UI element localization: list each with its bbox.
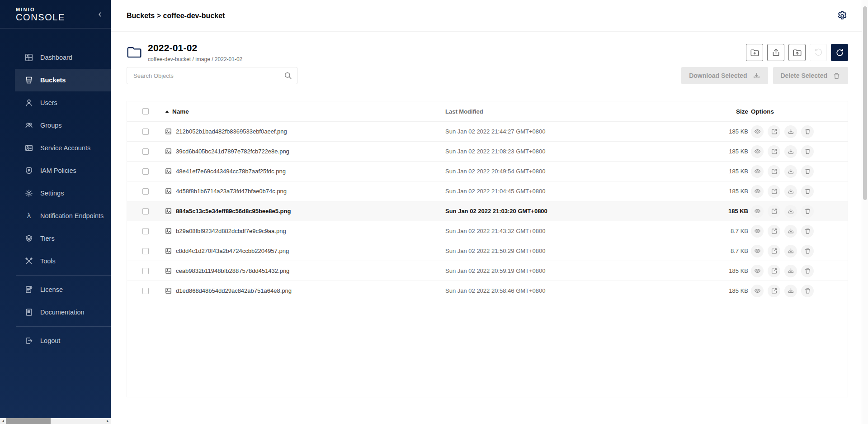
delete-button[interactable] bbox=[801, 285, 814, 297]
page-head: 2022-01-02 coffee-dev-bucket / image / 2… bbox=[127, 43, 848, 62]
preview-button[interactable] bbox=[751, 185, 764, 198]
table-row[interactable]: d1ed868d48b54dd29ac842ab751a64e8.pngSun … bbox=[127, 281, 848, 300]
row-checkbox[interactable] bbox=[142, 129, 149, 135]
row-checkbox[interactable] bbox=[142, 288, 149, 294]
row-checkbox[interactable] bbox=[142, 208, 149, 214]
preview-button[interactable] bbox=[751, 205, 764, 218]
download-button[interactable] bbox=[784, 185, 797, 198]
sidebar-item-documentation[interactable]: Documentation bbox=[0, 301, 111, 324]
download-button[interactable] bbox=[784, 225, 797, 238]
download-button[interactable] bbox=[784, 205, 797, 218]
preview-button[interactable] bbox=[751, 165, 764, 178]
scroll-left-arrow-icon[interactable]: ◂ bbox=[0, 418, 6, 424]
delete-button[interactable] bbox=[801, 165, 814, 178]
row-checkbox[interactable] bbox=[142, 188, 149, 195]
sidebar-item-iam-policies[interactable]: IAM Policies bbox=[0, 159, 111, 182]
table-row[interactable]: b29a08fbf92342d882dcbdf7e9c9c9aa.pngSun … bbox=[127, 221, 848, 241]
share-button[interactable] bbox=[768, 265, 780, 277]
share-button[interactable] bbox=[768, 145, 780, 158]
delete-button[interactable] bbox=[801, 145, 814, 158]
download-button[interactable] bbox=[784, 145, 797, 158]
sidebar-item-users[interactable]: Users bbox=[0, 91, 111, 114]
row-checkbox[interactable] bbox=[142, 148, 149, 155]
sidebar-item-settings[interactable]: Settings bbox=[0, 182, 111, 205]
vertical-scrollbar[interactable] bbox=[862, 0, 868, 424]
share-button[interactable] bbox=[768, 205, 780, 218]
object-name[interactable]: ceab9832b11948bfb2887578dd451432.png bbox=[176, 267, 289, 274]
horizontal-scrollbar-thumb[interactable] bbox=[6, 418, 51, 424]
column-header-last-modified[interactable]: Last Modified bbox=[445, 108, 717, 115]
object-name[interactable]: 884a5c13c5e34eff89c56d8c95bee8e5.png bbox=[176, 208, 291, 214]
new-path-button[interactable] bbox=[746, 44, 763, 61]
table-row[interactable]: 4d58f8b1b6714a23a73fd47bfae0b74c.pngSun … bbox=[127, 181, 848, 201]
column-header-size[interactable]: Size bbox=[717, 108, 748, 115]
preview-button[interactable] bbox=[751, 225, 764, 238]
select-all-checkbox[interactable] bbox=[142, 108, 149, 114]
sidebar-item-service-accounts[interactable]: Service Accounts bbox=[0, 137, 111, 159]
download-button[interactable] bbox=[784, 125, 797, 138]
share-button[interactable] bbox=[768, 185, 780, 198]
table-row[interactable]: 884a5c13c5e34eff89c56d8c95bee8e5.pngSun … bbox=[127, 201, 848, 221]
sidebar-item-dashboard[interactable]: Dashboard bbox=[0, 46, 111, 69]
object-name[interactable]: 48e41ef7e69c443494cc78b7aaf25fdc.png bbox=[176, 168, 286, 175]
sidebar-item-notification-endpoints[interactable]: λNotification Endpoints bbox=[0, 205, 111, 227]
delete-button[interactable] bbox=[801, 265, 814, 277]
delete-selected-button[interactable]: Delete Selected bbox=[773, 67, 849, 84]
row-checkbox[interactable] bbox=[142, 268, 149, 274]
download-button[interactable] bbox=[784, 165, 797, 178]
table-row[interactable]: 48e41ef7e69c443494cc78b7aaf25fdc.pngSun … bbox=[127, 161, 848, 181]
delete-button[interactable] bbox=[801, 245, 814, 257]
horizontal-scrollbar[interactable]: ◂ ▸ bbox=[0, 418, 111, 424]
upload-file-button[interactable] bbox=[767, 44, 784, 61]
download-button[interactable] bbox=[784, 245, 797, 257]
eye-icon bbox=[754, 228, 761, 234]
search-input[interactable] bbox=[127, 67, 297, 84]
sidebar-item-label: Tools bbox=[40, 257, 56, 265]
column-header-name[interactable]: Name bbox=[165, 108, 445, 115]
object-name[interactable]: 212b052b1bad482fb8369533ebf0aeef.png bbox=[176, 128, 287, 135]
row-checkbox[interactable] bbox=[142, 228, 149, 234]
table-row[interactable]: c8dd4c1d270f43a2b4724ccbb2204957.pngSun … bbox=[127, 241, 848, 261]
object-name[interactable]: 4d58f8b1b6714a23a73fd47bfae0b74c.png bbox=[176, 188, 287, 195]
sidebar-item-tools[interactable]: Tools bbox=[0, 250, 111, 272]
scroll-right-arrow-icon[interactable]: ▸ bbox=[105, 418, 111, 424]
sidebar-item-groups[interactable]: Groups bbox=[0, 114, 111, 137]
sidebar-collapse-icon[interactable] bbox=[97, 11, 103, 18]
preview-button[interactable] bbox=[751, 265, 764, 277]
rewind-button[interactable] bbox=[810, 44, 827, 61]
download-button[interactable] bbox=[784, 265, 797, 277]
share-button[interactable] bbox=[768, 125, 780, 138]
preview-button[interactable] bbox=[751, 125, 764, 138]
object-name[interactable]: c8dd4c1d270f43a2b4724ccbb2204957.png bbox=[176, 248, 289, 254]
share-button[interactable] bbox=[768, 225, 780, 238]
delete-button[interactable] bbox=[801, 125, 814, 138]
upload-folder-button[interactable] bbox=[788, 44, 806, 61]
sidebar-item-license[interactable]: License bbox=[0, 278, 111, 301]
sidebar-item-logout[interactable]: Logout bbox=[0, 329, 111, 352]
table-row[interactable]: 212b052b1bad482fb8369533ebf0aeef.pngSun … bbox=[127, 121, 848, 141]
delete-button[interactable] bbox=[801, 185, 814, 198]
object-path-breadcrumb[interactable]: coffee-dev-bucket / image / 2022-01-02 bbox=[148, 56, 242, 62]
sidebar-item-tiers[interactable]: Tiers bbox=[0, 227, 111, 250]
preview-button[interactable] bbox=[751, 245, 764, 257]
row-checkbox[interactable] bbox=[142, 248, 149, 254]
object-name[interactable]: b29a08fbf92342d882dcbdf7e9c9c9aa.png bbox=[176, 228, 286, 234]
download-selected-button[interactable]: Download Selected bbox=[681, 67, 768, 84]
share-button[interactable] bbox=[768, 285, 780, 297]
delete-button[interactable] bbox=[801, 225, 814, 238]
preview-button[interactable] bbox=[751, 145, 764, 158]
delete-button[interactable] bbox=[801, 205, 814, 218]
settings-gear-icon[interactable] bbox=[836, 10, 848, 22]
sidebar-item-buckets[interactable]: Buckets bbox=[15, 69, 111, 91]
object-name[interactable]: 39cd6b405bc241d7897e782fcb722e8e.png bbox=[176, 148, 289, 155]
preview-button[interactable] bbox=[751, 285, 764, 297]
row-checkbox[interactable] bbox=[142, 168, 149, 175]
share-button[interactable] bbox=[768, 245, 780, 257]
object-name[interactable]: d1ed868d48b54dd29ac842ab751a64e8.png bbox=[176, 287, 292, 294]
vertical-scrollbar-thumb[interactable] bbox=[863, 6, 867, 200]
table-row[interactable]: 39cd6b405bc241d7897e782fcb722e8e.pngSun … bbox=[127, 141, 848, 161]
download-button[interactable] bbox=[784, 285, 797, 297]
refresh-button[interactable] bbox=[831, 44, 848, 61]
share-button[interactable] bbox=[768, 165, 780, 178]
table-row[interactable]: ceab9832b11948bfb2887578dd451432.pngSun … bbox=[127, 261, 848, 281]
